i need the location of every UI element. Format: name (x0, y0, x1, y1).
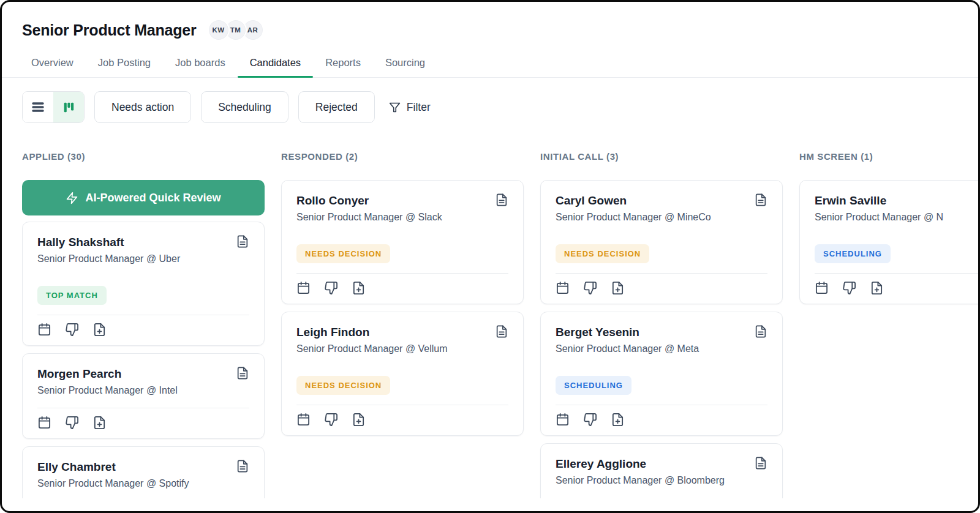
add-note-button[interactable] (352, 281, 366, 295)
candidate-card[interactable]: Elly ChambretSenior Product Manager @ Sp… (22, 446, 265, 498)
candidate-card[interactable]: Hally ShakshaftSenior Product Manager @ … (22, 222, 265, 346)
file-plus-icon (92, 323, 107, 337)
ai-quick-review-button[interactable]: AI-Powered Quick Review (22, 180, 265, 215)
reject-button[interactable] (65, 416, 79, 430)
resume-button[interactable] (236, 366, 249, 380)
candidate-card[interactable]: Caryl GowenSenior Product Manager @ Mine… (540, 180, 783, 304)
tab-reports[interactable]: Reports (313, 50, 373, 77)
status-badge: NEEDS DECISION (556, 244, 649, 263)
schedule-button[interactable] (815, 281, 829, 295)
schedule-button[interactable] (556, 413, 570, 427)
reject-button[interactable] (583, 281, 597, 295)
schedule-button[interactable] (556, 281, 570, 295)
candidate-card[interactable]: Morgen PearchSenior Product Manager @ In… (22, 353, 265, 439)
status-badge: SCHEDULING (815, 244, 891, 263)
calendar-icon (37, 416, 51, 430)
candidate-name: Berget Yesenin (556, 324, 639, 340)
calendar-icon (296, 281, 311, 295)
candidate-name: Leigh Findon (296, 324, 369, 340)
schedule-button[interactable] (296, 413, 311, 427)
tab-candidates[interactable]: Candidates (238, 50, 313, 77)
reject-button[interactable] (583, 413, 597, 427)
document-icon (236, 366, 249, 380)
thumbs-down-icon (65, 416, 79, 430)
kanban-board: APPLIED (30)AI-Powered Quick ReviewHally… (22, 151, 978, 498)
document-icon (754, 324, 767, 339)
candidate-card[interactable]: Leigh FindonSenior Product Manager @ Vel… (281, 312, 524, 436)
document-icon (495, 193, 508, 207)
reject-button[interactable] (324, 413, 338, 427)
thumbs-down-icon (583, 281, 597, 295)
resume-button[interactable] (754, 193, 767, 207)
column-title: INITIAL CALL (3) (540, 151, 783, 162)
file-plus-icon (611, 413, 625, 427)
candidate-role: Senior Product Manager @ Intel (37, 383, 249, 398)
add-note-button[interactable] (611, 413, 625, 427)
status-badge: TOP MATCH (37, 286, 107, 305)
calendar-icon (296, 413, 311, 427)
app-window: Senior Product Manager KWTMAR OverviewJo… (0, 0, 980, 513)
add-note-button[interactable] (352, 413, 366, 427)
candidate-card[interactable]: Erwin SavilleSenior Product Manager @ NS… (799, 180, 978, 304)
add-note-button[interactable] (92, 323, 107, 337)
needs-action-button[interactable]: Needs action (94, 91, 191, 123)
avatar-kw[interactable]: KW (208, 19, 230, 41)
tab-job-posting[interactable]: Job Posting (86, 50, 163, 77)
document-icon (236, 234, 249, 249)
thumbs-down-icon (842, 281, 856, 295)
list-icon (31, 100, 45, 114)
kanban-icon (62, 100, 75, 114)
kanban-view-button[interactable] (53, 92, 84, 122)
status-badge: SCHEDULING (556, 376, 631, 395)
candidate-card[interactable]: Ellerey AgglioneSenior Product Manager @… (540, 443, 783, 498)
document-icon (754, 456, 767, 470)
candidate-name: Hally Shakshaft (37, 234, 124, 250)
view-toggle (22, 91, 85, 123)
column-hm-screen: HM SCREEN (1)Erwin SavilleSenior Product… (799, 151, 978, 312)
column-title: APPLIED (30) (22, 151, 265, 162)
resume-button[interactable] (236, 234, 249, 249)
reject-button[interactable] (842, 281, 856, 295)
resume-button[interactable] (495, 324, 508, 339)
calendar-icon (556, 413, 570, 427)
tab-job-boards[interactable]: Job boards (163, 50, 238, 77)
resume-button[interactable] (754, 456, 767, 470)
column-title: HM SCREEN (1) (799, 151, 978, 162)
thumbs-down-icon (65, 323, 79, 337)
reject-button[interactable] (324, 281, 338, 295)
rejected-button[interactable]: Rejected (298, 91, 375, 123)
board-toolbar: Needs actionSchedulingRejected Filter (22, 91, 978, 123)
schedule-button[interactable] (296, 281, 311, 295)
candidate-name: Morgen Pearch (37, 366, 121, 382)
collaborator-avatars: KWTMAR (208, 19, 264, 41)
candidate-name: Erwin Saville (815, 193, 886, 209)
add-note-button[interactable] (611, 281, 625, 295)
add-note-button[interactable] (92, 416, 107, 430)
column-initial-call: INITIAL CALL (3)Caryl GowenSenior Produc… (540, 151, 783, 498)
resume-button[interactable] (495, 193, 508, 207)
schedule-button[interactable] (37, 416, 51, 430)
resume-button[interactable] (236, 459, 249, 473)
column-responded: RESPONDED (2)Rollo ConyerSenior Product … (281, 151, 524, 443)
filter-button[interactable]: Filter (388, 101, 431, 114)
status-badge: NEEDS DECISION (296, 244, 390, 263)
calendar-icon (37, 323, 51, 337)
candidate-card[interactable]: Rollo ConyerSenior Product Manager @ Sla… (281, 180, 524, 304)
candidate-role: Senior Product Manager @ Slack (296, 210, 508, 225)
reject-button[interactable] (65, 323, 79, 337)
scheduling-button[interactable]: Scheduling (201, 91, 288, 123)
tab-sourcing[interactable]: Sourcing (373, 50, 437, 77)
job-header: Senior Product Manager KWTMAR (2, 2, 978, 41)
resume-button[interactable] (754, 324, 767, 339)
document-icon (495, 324, 508, 339)
candidate-card[interactable]: Berget YeseninSenior Product Manager @ M… (540, 312, 783, 436)
lightning-icon (66, 192, 78, 204)
calendar-icon (815, 281, 829, 295)
candidate-role: Senior Product Manager @ N (815, 210, 978, 225)
add-note-button[interactable] (870, 281, 884, 295)
schedule-button[interactable] (37, 323, 51, 337)
ai-quick-review-label: AI-Powered Quick Review (85, 192, 221, 204)
tab-overview[interactable]: Overview (19, 50, 86, 77)
list-view-button[interactable] (23, 92, 53, 122)
thumbs-down-icon (583, 413, 597, 427)
